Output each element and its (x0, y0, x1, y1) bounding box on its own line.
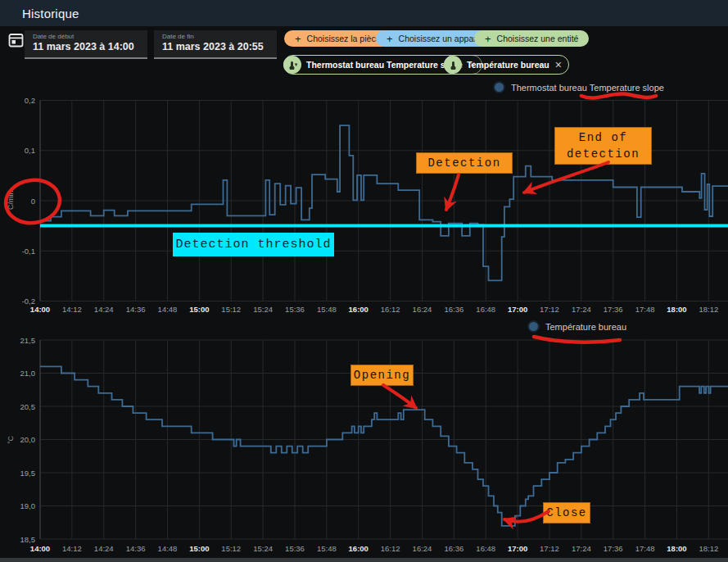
svg-text:16:24: 16:24 (413, 544, 432, 553)
annotation-detection: Detection (416, 152, 513, 174)
svg-text:0: 0 (31, 197, 35, 206)
svg-text:17:12: 17:12 (540, 544, 559, 553)
svg-text:14:12: 14:12 (62, 544, 82, 553)
temperature-chart[interactable]: 21,521,020,520,019,519,018,514:0014:1214… (0, 318, 728, 562)
svg-text:15:36: 15:36 (285, 305, 305, 314)
svg-text:15:12: 15:12 (221, 544, 241, 553)
svg-text:17:00: 17:00 (508, 305, 527, 314)
svg-text:18:00: 18:00 (667, 544, 686, 553)
svg-text:16:12: 16:12 (381, 305, 400, 314)
svg-text:18,5: 18,5 (20, 535, 36, 544)
svg-text:15:48: 15:48 (317, 305, 337, 314)
svg-text:15:12: 15:12 (221, 305, 241, 314)
svg-text:15:00: 15:00 (189, 544, 209, 553)
svg-text:19,5: 19,5 (20, 469, 36, 478)
svg-text:17:24: 17:24 (572, 305, 591, 314)
svg-text:17:12: 17:12 (540, 305, 559, 314)
svg-text:17:36: 17:36 (604, 305, 623, 314)
annotation-opening: Opening (350, 365, 414, 386)
history-page: Historique Date de début 11 mars 2023 à … (0, 0, 728, 562)
svg-text:17:36: 17:36 (604, 544, 623, 553)
svg-text:17:48: 17:48 (635, 305, 655, 314)
svg-text:17:24: 17:24 (572, 544, 591, 553)
svg-text:16:48: 16:48 (476, 305, 495, 314)
svg-text:16:36: 16:36 (444, 544, 463, 553)
svg-text:21,5: 21,5 (20, 336, 36, 345)
bottom-panel-edge (0, 558, 728, 562)
annotation-detection-threshold: Detection threshold (173, 233, 334, 256)
svg-text:18:00: 18:00 (667, 305, 686, 314)
svg-text:0,1: 0,1 (25, 146, 35, 155)
svg-text:19,0: 19,0 (20, 501, 36, 510)
svg-text:21,0: 21,0 (20, 369, 36, 378)
svg-text:16:12: 16:12 (381, 544, 400, 553)
svg-text:20,0: 20,0 (20, 435, 36, 444)
svg-text:18:12: 18:12 (699, 544, 718, 553)
svg-text:14:36: 14:36 (126, 544, 146, 553)
annotation-end-of-detection: End of detection (554, 127, 652, 165)
svg-text:14:24: 14:24 (94, 544, 114, 553)
annotation-close: Close (543, 502, 590, 523)
svg-text:14:00: 14:00 (30, 305, 50, 314)
svg-text:16:24: 16:24 (413, 305, 432, 314)
svg-text:14:12: 14:12 (62, 305, 82, 314)
svg-text:14:00: 14:00 (30, 544, 50, 553)
svg-text:20,5: 20,5 (20, 402, 36, 411)
svg-text:17:48: 17:48 (635, 544, 655, 553)
svg-text:16:00: 16:00 (349, 544, 369, 553)
svg-text:14:48: 14:48 (158, 305, 178, 314)
svg-text:°C/min: °C/min (7, 190, 15, 212)
svg-text:15:00: 15:00 (189, 305, 209, 314)
svg-text:15:24: 15:24 (253, 544, 273, 553)
svg-text:15:24: 15:24 (253, 305, 273, 314)
svg-text:16:36: 16:36 (444, 305, 463, 314)
svg-text:16:00: 16:00 (349, 305, 369, 314)
svg-text:14:36: 14:36 (126, 305, 146, 314)
svg-text:-0,1: -0,1 (22, 247, 35, 256)
svg-text:14:48: 14:48 (158, 544, 178, 553)
svg-text:17:00: 17:00 (508, 544, 527, 553)
svg-text:18:12: 18:12 (699, 305, 718, 314)
svg-text:0,2: 0,2 (25, 96, 35, 105)
svg-text:15:48: 15:48 (317, 544, 337, 553)
svg-text:°C: °C (7, 435, 15, 444)
svg-text:16:48: 16:48 (476, 544, 495, 553)
svg-text:15:36: 15:36 (285, 544, 305, 553)
svg-text:14:24: 14:24 (94, 305, 114, 314)
